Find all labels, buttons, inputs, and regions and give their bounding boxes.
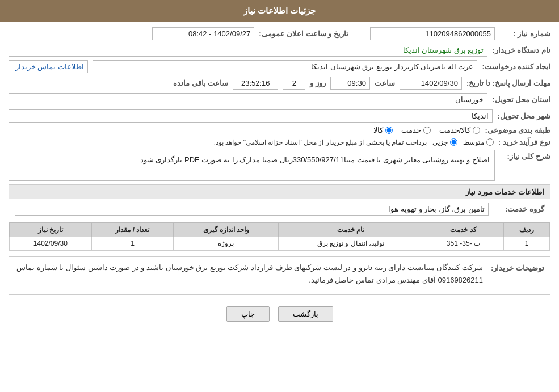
contact-info-link[interactable]: اطلاعات تماس خریدار xyxy=(9,60,88,73)
announce-datetime-value: 1402/09/27 - 08:42 xyxy=(152,27,254,40)
province-label: استان محل تحویل: xyxy=(492,95,550,104)
services-table: ردیف کد خدمت نام خدمت واحد اندازه گیری ت… xyxy=(9,222,550,250)
buyer-notes-value: شرکت کنندگان میبایست دارای رتبه 5برو و د… xyxy=(15,262,483,290)
category-khadamat-label: خدمت xyxy=(401,126,421,134)
services-section-title: اطلاعات خدمات مورد نیاز xyxy=(9,185,550,199)
creator-value: عزت اله ناصریان کاربرداز توزیع برق شهرست… xyxy=(93,60,477,73)
creator-row: ایجاد کننده درخواست: عزت اله ناصریان کار… xyxy=(9,60,550,73)
need-description-row: شرح کلی نیاز: اصلاح و بهینه روشنایی معاب… xyxy=(9,150,550,181)
creator-label: ایجاد کننده درخواست: xyxy=(482,62,550,71)
need-number-row: شماره نیاز : 1102094862000055 تاریخ و سا… xyxy=(9,27,550,40)
main-content: شماره نیاز : 1102094862000055 تاریخ و سا… xyxy=(0,22,559,333)
page-header: جزئیات اطلاعات نیاز xyxy=(0,0,559,22)
category-kala-item: کالا xyxy=(373,126,393,134)
service-group-row: گروه خدمت: تامین برق، گاز، بخار و تهویه … xyxy=(9,199,550,219)
city-value: اندیکا xyxy=(9,109,493,123)
button-row: بازگشت چاپ xyxy=(9,301,550,327)
category-radio-group: کالا/خدمت خدمت کالا xyxy=(373,126,481,134)
buyer-org-value: توزیع برق شهرستان اندیکا xyxy=(9,44,487,57)
cell-quantity: 1 xyxy=(91,237,174,250)
category-khadamat-item: خدمت xyxy=(401,126,431,134)
process-label: نوع فرآیند خرید : xyxy=(498,138,550,146)
need-description-value: اصلاح و بهینه روشنایی معابر شهری با قیمت… xyxy=(9,150,495,181)
buyer-notes-section: توضیحات خریدار: شرکت کنندگان میبایست دار… xyxy=(9,256,550,295)
service-group-label: گروه خدمت: xyxy=(493,205,544,213)
col-row-number: ردیف xyxy=(504,223,550,237)
deadline-time-label: ساعت xyxy=(375,79,395,87)
back-button[interactable]: بازگشت xyxy=(278,306,333,322)
process-row: نوع فرآیند خرید : متوسط جزیی پرداخت تمام… xyxy=(9,138,550,146)
category-label: طبقه بندی موضوعی: xyxy=(485,126,550,134)
cell-need-date: 1402/09/30 xyxy=(10,237,92,250)
process-note: پرداخت تمام یا بخشی از مبلغ خریدار از مح… xyxy=(214,138,427,146)
process-options: متوسط جزیی پرداخت تمام یا بخشی از مبلغ خ… xyxy=(214,138,494,146)
deadline-row: مهلت ارسال پاسخ: تا تاریخ: 1402/09/30 سا… xyxy=(9,77,550,90)
deadline-days: 2 xyxy=(283,77,305,90)
city-row: شهر محل تحویل: اندیکا xyxy=(9,109,550,123)
need-number-value: 1102094862000055 xyxy=(370,27,495,40)
cell-unit: پروژه xyxy=(174,237,279,250)
deadline-time: 09:30 xyxy=(330,77,370,90)
cell-service-code: ت -35- 351 xyxy=(423,237,504,250)
city-label: شهر محل تحویل: xyxy=(497,112,550,120)
buyer-org-label: نام دستگاه خریدار: xyxy=(492,46,550,54)
deadline-date: 1402/09/30 xyxy=(400,77,462,90)
cell-service-name: تولید، انتقال و توزیع برق xyxy=(279,237,423,250)
col-service-name: نام خدمت xyxy=(279,223,423,237)
col-need-date: تاریخ نیاز xyxy=(10,223,92,237)
deadline-remaining: 23:52:16 xyxy=(233,77,278,90)
deadline-remaining-label: ساعت باقی مانده xyxy=(173,79,228,87)
page-wrapper: جزئیات اطلاعات نیاز شماره نیاز : 1102094… xyxy=(0,0,559,392)
table-header-row: ردیف کد خدمت نام خدمت واحد اندازه گیری ت… xyxy=(10,223,550,237)
process-motavaset-radio[interactable] xyxy=(486,138,494,146)
col-service-code: کد خدمت xyxy=(423,223,504,237)
need-number-label: شماره نیاز : xyxy=(499,29,550,38)
province-row: استان محل تحویل: خوزستان xyxy=(9,93,550,106)
process-motavaset-label: متوسط xyxy=(463,138,484,146)
col-unit: واحد اندازه گیری xyxy=(174,223,279,237)
print-button[interactable]: چاپ xyxy=(226,306,270,322)
process-jozi-label: جزیی xyxy=(432,138,448,146)
category-kala-label: کالا xyxy=(373,126,383,134)
buyer-notes-label: توضیحات خریدار: xyxy=(487,262,544,272)
deadline-label: مهلت ارسال پاسخ: تا تاریخ: xyxy=(466,79,550,87)
buyer-org-row: نام دستگاه خریدار: توزیع برق شهرستان اند… xyxy=(9,44,550,57)
process-jozi-radio[interactable] xyxy=(450,138,457,146)
page-title: جزئیات اطلاعات نیاز xyxy=(243,6,316,15)
category-kala-radio[interactable] xyxy=(385,127,393,134)
services-section: اطلاعات خدمات مورد نیاز گروه خدمت: تامین… xyxy=(9,184,550,251)
category-kala-khadamat-radio[interactable] xyxy=(473,127,480,134)
category-kala-khadamat-item: کالا/خدمت xyxy=(439,126,481,134)
category-khadamat-radio[interactable] xyxy=(423,127,431,134)
service-group-value: تامین برق، گاز، بخار و تهویه هوا xyxy=(15,203,489,216)
category-row: طبقه بندی موضوعی: کالا/خدمت خدمت کالا xyxy=(9,126,550,134)
table-row: 1 ت -35- 351 تولید، انتقال و توزیع برق پ… xyxy=(10,237,550,250)
col-quantity: تعداد / مقدار xyxy=(91,223,174,237)
deadline-day-label: روز و xyxy=(310,79,326,87)
province-value: خوزستان xyxy=(9,93,487,106)
announce-datetime-label: تاریخ و ساعت اعلان عمومی: xyxy=(259,29,348,38)
process-jozi-item: جزیی xyxy=(432,138,457,146)
category-kala-khadamat-label: کالا/خدمت xyxy=(439,126,471,134)
process-motavaset-item: متوسط xyxy=(463,138,494,146)
need-description-label: شرح کلی نیاز: xyxy=(499,150,550,161)
cell-row-number: 1 xyxy=(504,237,550,250)
